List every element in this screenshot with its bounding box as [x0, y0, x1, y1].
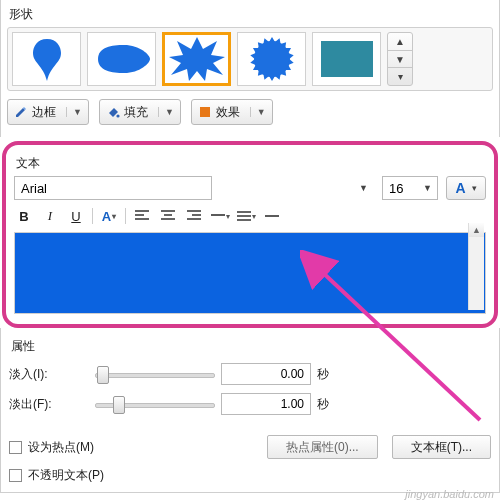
- hotspot-checkbox[interactable]: [9, 441, 22, 454]
- svg-marker-0: [169, 37, 225, 81]
- shape-scroll-up-icon[interactable]: ▲: [388, 33, 412, 50]
- border-button[interactable]: 边框 ▼: [7, 99, 89, 125]
- hotspot-checkbox-label: 设为热点(M): [28, 439, 94, 456]
- text-panel: 文本 A ▾ B I U A▾ ▾ ▾ ▲: [2, 141, 498, 328]
- line-spacing-button[interactable]: [262, 206, 282, 226]
- attributes-section-label: 属性: [11, 338, 491, 355]
- border-button-label: 边框: [32, 104, 56, 121]
- font-size-input[interactable]: [382, 176, 438, 200]
- fade-out-value[interactable]: [221, 393, 311, 415]
- font-color-icon: A: [455, 180, 465, 196]
- align-right-button[interactable]: [184, 206, 204, 226]
- font-color-button[interactable]: A ▾: [446, 176, 486, 200]
- svg-marker-2: [269, 37, 275, 42]
- fill-button-label: 填充: [124, 104, 148, 121]
- fade-in-slider[interactable]: [95, 364, 215, 384]
- chevron-down-icon: ▼: [66, 107, 82, 117]
- shape-scroll[interactable]: ▲ ▼ ▾: [387, 32, 413, 86]
- effect-button[interactable]: 效果 ▼: [191, 99, 273, 125]
- shape-rect[interactable]: [312, 32, 381, 86]
- shapes-section-label: 形状: [9, 6, 493, 23]
- pencil-icon: [14, 105, 28, 119]
- chevron-down-icon: ▾: [472, 183, 477, 193]
- svg-rect-5: [200, 107, 210, 117]
- align-left-button[interactable]: [132, 206, 152, 226]
- underline-button[interactable]: U: [66, 206, 86, 226]
- fade-in-value[interactable]: [221, 363, 311, 385]
- text-format-toolbar: B I U A▾ ▾ ▾: [14, 206, 486, 226]
- svg-rect-3: [321, 41, 373, 77]
- shape-balloon-pin[interactable]: [12, 32, 81, 86]
- chevron-down-icon: ▼: [250, 107, 266, 117]
- textbox-button[interactable]: 文本框(T)...: [392, 435, 491, 459]
- seconds-suffix: 秒: [317, 396, 347, 413]
- font-family-input[interactable]: [14, 176, 212, 200]
- vertical-align-button[interactable]: ▾: [236, 206, 256, 226]
- scroll-up-icon[interactable]: ▲: [469, 223, 484, 237]
- fade-in-label: 淡入(I):: [9, 366, 89, 383]
- align-center-button[interactable]: [158, 206, 178, 226]
- shape-burst[interactable]: [162, 32, 231, 86]
- fade-out-label: 淡出(F):: [9, 396, 89, 413]
- shape-scroll-menu-icon[interactable]: ▾: [388, 67, 412, 85]
- hotspot-properties-button[interactable]: 热点属性(0)...: [267, 435, 378, 459]
- shape-teardrop[interactable]: [87, 32, 156, 86]
- text-preview-scrollbar[interactable]: ▲: [468, 223, 484, 310]
- seconds-suffix: 秒: [317, 366, 347, 383]
- font-color-inline-button[interactable]: A▾: [99, 206, 119, 226]
- chevron-down-icon: ▼: [158, 107, 174, 117]
- watermark: jingyan.baidu.com: [405, 488, 494, 500]
- effect-icon: [198, 105, 212, 119]
- italic-button[interactable]: I: [40, 206, 60, 226]
- separator: [92, 208, 93, 224]
- text-preview-area[interactable]: [14, 232, 486, 314]
- separator: [125, 208, 126, 224]
- fade-out-slider[interactable]: [95, 394, 215, 414]
- paint-bucket-icon: [106, 105, 120, 119]
- shape-seal[interactable]: [237, 32, 306, 86]
- shape-scroll-down-icon[interactable]: ▼: [388, 50, 412, 68]
- align-justify-button[interactable]: ▾: [210, 206, 230, 226]
- bold-button[interactable]: B: [14, 206, 34, 226]
- svg-point-4: [116, 114, 119, 117]
- opaque-text-checkbox-label: 不透明文本(P): [28, 467, 104, 484]
- effect-button-label: 效果: [216, 104, 240, 121]
- fill-button[interactable]: 填充 ▼: [99, 99, 181, 125]
- text-section-label: 文本: [16, 155, 486, 172]
- shape-strip: ▲ ▼ ▾: [7, 27, 493, 91]
- opaque-text-checkbox[interactable]: [9, 469, 22, 482]
